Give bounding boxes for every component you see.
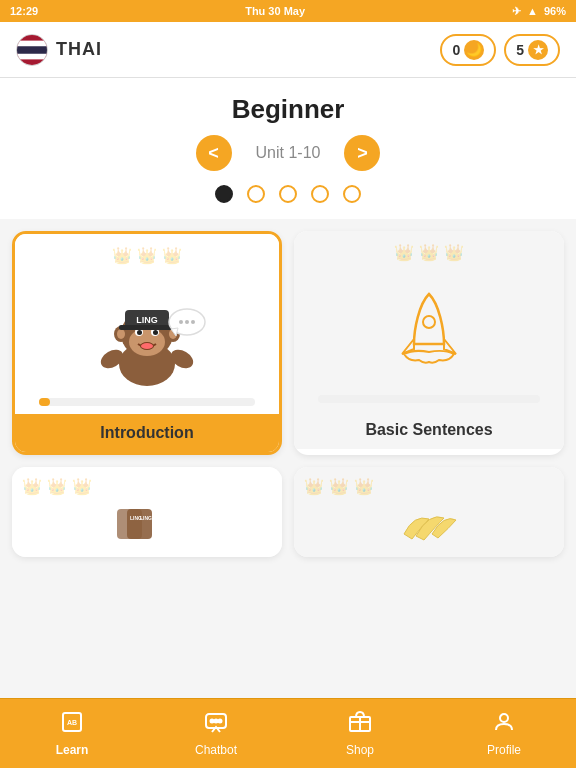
partial-card-2-svg — [394, 504, 464, 544]
introduction-label-area: Introduction — [15, 414, 279, 452]
introduction-image: LING — [27, 273, 267, 390]
learn-icon: AB — [60, 710, 84, 740]
basic-sentences-label: Basic Sentences — [365, 421, 492, 438]
level-title: Beginner — [0, 94, 576, 125]
partial-card-1[interactable]: 👑 👑 👑 LING LING — [12, 467, 282, 557]
next-unit-button[interactable]: > — [344, 135, 380, 171]
learn-label: Learn — [56, 743, 89, 757]
nav-item-learn[interactable]: AB Learn — [0, 710, 144, 757]
svg-point-24 — [185, 320, 189, 324]
nav-item-chatbot[interactable]: Chatbot — [144, 710, 288, 757]
rocket-svg — [384, 284, 474, 374]
signal-icon: ✈ — [512, 5, 521, 18]
basic-sentences-label-area: Basic Sentences — [294, 411, 564, 449]
svg-point-26 — [423, 316, 435, 328]
header: THAI 0 🌙 5 ★ — [0, 22, 576, 78]
introduction-label: Introduction — [100, 424, 193, 441]
main-content: Beginner < Unit 1-10 > 👑 👑 👑 — [0, 78, 576, 698]
dot-1 — [215, 185, 233, 203]
svg-point-40 — [500, 714, 508, 722]
svg-point-35 — [215, 720, 218, 723]
prev-unit-button[interactable]: < — [196, 135, 232, 171]
svg-point-17 — [141, 343, 153, 349]
shop-icon — [348, 710, 372, 740]
star-badge: 5 ★ — [504, 34, 560, 66]
crown-2: 👑 — [137, 246, 157, 265]
dot-3 — [279, 185, 297, 203]
status-bar: 12:29 Thu 30 May ✈ ▲ 96% — [0, 0, 576, 22]
svg-text:LING: LING — [130, 515, 142, 521]
shop-label: Shop — [346, 743, 374, 757]
dot-5 — [343, 185, 361, 203]
status-day: Thu 30 May — [245, 5, 305, 17]
introduction-card[interactable]: 👑 👑 👑 — [12, 231, 282, 455]
svg-text:AB: AB — [67, 719, 77, 726]
crown-2: 👑 — [419, 243, 439, 262]
monkey-svg: LING — [82, 274, 212, 389]
chatbot-label: Chatbot — [195, 743, 237, 757]
status-right: ✈ ▲ 96% — [512, 5, 566, 18]
basic-sentences-image — [306, 270, 552, 387]
crown-1: 👑 — [394, 243, 414, 262]
crown-3: 👑 — [162, 246, 182, 265]
unit-label: Unit 1-10 — [256, 144, 321, 162]
basic-sentences-progress-bar — [318, 395, 539, 403]
status-time: 12:29 — [10, 5, 38, 17]
crown-3: 👑 — [444, 243, 464, 262]
svg-point-9 — [117, 329, 125, 339]
unit-navigation: < Unit 1-10 > — [0, 135, 576, 171]
header-badges: 0 🌙 5 ★ — [440, 34, 560, 66]
progress-dots — [0, 185, 576, 207]
streak-count: 0 — [452, 42, 460, 58]
profile-icon — [492, 710, 516, 740]
dot-2 — [247, 185, 265, 203]
nav-item-shop[interactable]: Shop — [288, 710, 432, 757]
star-count: 5 — [516, 42, 524, 58]
introduction-card-upper: 👑 👑 👑 — [15, 234, 279, 414]
thai-flag — [16, 34, 48, 66]
introduction-progress-bar — [39, 398, 255, 406]
streak-badge: 0 🌙 — [440, 34, 496, 66]
svg-rect-28 — [127, 509, 152, 539]
crown-2: 👑 — [47, 477, 67, 496]
crown-1: 👑 — [22, 477, 42, 496]
svg-point-23 — [179, 320, 183, 324]
basic-sentences-card-upper: 👑 👑 👑 — [294, 231, 564, 411]
basic-sentences-card[interactable]: 👑 👑 👑 — [294, 231, 564, 455]
battery-text: 96% — [544, 5, 566, 17]
partial-card-2-crowns: 👑 👑 👑 — [304, 477, 554, 496]
nav-item-profile[interactable]: Profile — [432, 710, 576, 757]
cards-partial: 👑 👑 👑 LING LING 👑 — [0, 467, 576, 557]
svg-rect-19 — [119, 325, 175, 330]
svg-point-25 — [191, 320, 195, 324]
introduction-crowns: 👑 👑 👑 — [112, 246, 182, 265]
crown-2: 👑 — [329, 477, 349, 496]
dot-4 — [311, 185, 329, 203]
cards-grid: 👑 👑 👑 — [0, 219, 576, 455]
crown-3: 👑 — [354, 477, 374, 496]
star-icon: ★ — [528, 40, 548, 60]
app-logo: THAI — [16, 34, 102, 66]
partial-card-2[interactable]: 👑 👑 👑 — [294, 467, 564, 557]
level-section: Beginner < Unit 1-10 > — [0, 78, 576, 219]
svg-point-15 — [153, 330, 158, 335]
introduction-progress-fill — [39, 398, 50, 406]
chatbot-icon — [204, 710, 228, 740]
basic-sentences-crowns: 👑 👑 👑 — [394, 243, 464, 262]
partial-card-1-svg: LING LING — [112, 504, 182, 544]
bottom-nav: AB Learn Chatbot Shop — [0, 698, 576, 768]
partial-card-1-crowns: 👑 👑 👑 — [22, 477, 272, 496]
svg-point-34 — [211, 720, 214, 723]
crown-1: 👑 — [112, 246, 132, 265]
svg-point-14 — [137, 330, 142, 335]
svg-point-36 — [219, 720, 222, 723]
profile-label: Profile — [487, 743, 521, 757]
svg-rect-2 — [17, 46, 47, 54]
svg-text:LING: LING — [136, 315, 158, 325]
crown-1: 👑 — [304, 477, 324, 496]
moon-icon: 🌙 — [464, 40, 484, 60]
app-title: THAI — [56, 39, 102, 60]
crown-3: 👑 — [72, 477, 92, 496]
wifi-icon: ▲ — [527, 5, 538, 17]
